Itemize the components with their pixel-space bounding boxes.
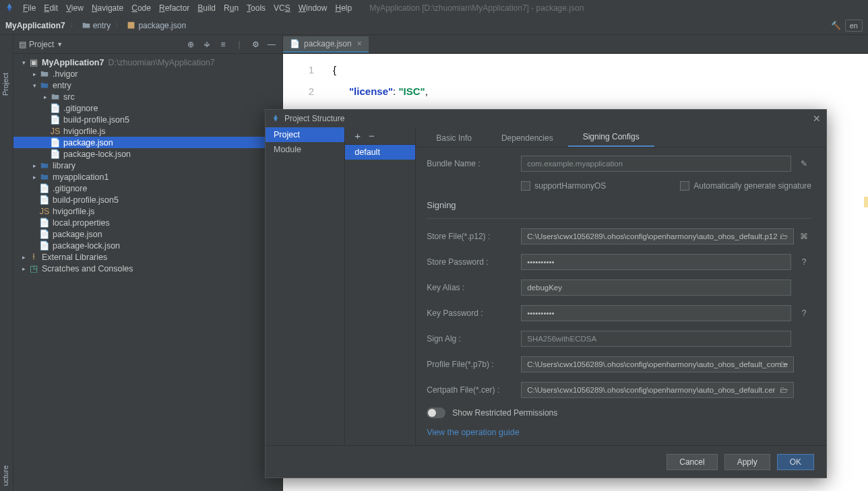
svg-rect-0 [128, 22, 135, 29]
auto-signature-checkbox[interactable]: Automatically generate signature [680, 181, 811, 191]
crumb-file[interactable]: package.json [138, 21, 186, 30]
tree-label: src [63, 92, 75, 102]
tree-label: build-profile.json5 [63, 115, 129, 125]
restricted-permissions-toggle[interactable]: Show Restricted Permissions [427, 407, 811, 418]
collapse-all-icon[interactable]: ≡ [218, 39, 228, 50]
signing-form: Bundle Name : com.example.myapplication … [416, 148, 826, 445]
tree-hvigorfile2[interactable]: JShvigorfile.js [13, 205, 282, 217]
menu-file[interactable]: File [19, 3, 40, 13]
crumb-root[interactable]: MyApplication7 [5, 21, 65, 30]
dialog-body: Project Module + − default Basic Info De… [266, 127, 826, 445]
rail-project[interactable]: Project [1, 73, 9, 96]
tree-buildprofile[interactable]: 📄build-profile.json5 [13, 114, 282, 125]
menu-edit[interactable]: Edit [40, 3, 62, 13]
menu-view[interactable]: View [62, 3, 88, 13]
tree-packagejson[interactable]: 📄package.json [13, 137, 282, 148]
remove-icon[interactable]: − [369, 130, 375, 141]
tree-entry[interactable]: ▾entry [13, 79, 282, 91]
menu-refactor[interactable]: Refactor [155, 3, 193, 13]
tree-src[interactable]: ▸src [13, 91, 282, 102]
tab-dependencies[interactable]: Dependencies [487, 129, 568, 147]
dialog-title: Project Structure [284, 114, 344, 123]
help-icon[interactable]: ? [797, 255, 811, 269]
menu-build[interactable]: Build [193, 3, 220, 13]
tree-buildprofile2[interactable]: 📄build-profile.json5 [13, 194, 282, 205]
project-tree[interactable]: ▾▣MyApplication7D:\zhuomian\MyApplicatio… [13, 54, 282, 491]
tree-root-name: MyApplication7 [42, 58, 104, 67]
fingerprint-icon[interactable]: ⌘ [797, 229, 811, 244]
project-label[interactable]: ▤ Project ▼ [19, 40, 63, 49]
close-icon[interactable]: × [357, 39, 362, 48]
add-icon[interactable]: + [354, 130, 361, 141]
profile-file-input[interactable]: C:\Users\cwx1056289\.ohos\config\openhar… [521, 356, 794, 372]
expand-all-icon[interactable]: ≑ [202, 39, 212, 50]
tree-hvigorfile[interactable]: JShvigorfile.js [13, 125, 282, 137]
folder-open-icon[interactable]: 🗁 [776, 357, 791, 372]
ok-button[interactable]: OK [777, 454, 814, 470]
tree-label: package.json [53, 230, 102, 239]
tree-library[interactable]: ▸library [13, 160, 282, 171]
folder-icon [50, 92, 61, 102]
tab-basic-info[interactable]: Basic Info [421, 129, 487, 147]
app-logo-icon [4, 3, 15, 13]
target-icon[interactable]: ⊕ [185, 39, 196, 50]
tree-gitignore[interactable]: 📄.gitignore [13, 102, 282, 114]
bundle-name-input[interactable]: com.example.myapplication [521, 156, 791, 172]
operation-guide-link[interactable]: View the operation guide [427, 428, 519, 437]
chevron-right-icon: 〉 [69, 20, 78, 31]
store-password-input[interactable]: •••••••••• [521, 254, 791, 270]
gear-icon[interactable]: ⚙ [250, 39, 261, 50]
tree-gitignore2[interactable]: 📄.gitignore [13, 183, 282, 194]
menu-run[interactable]: Run [220, 3, 243, 13]
apply-button[interactable]: Apply [724, 454, 770, 470]
tree-label: build-profile.json5 [53, 195, 119, 205]
edit-icon[interactable]: ✎ [797, 156, 811, 171]
cert-file-input[interactable]: C:\Users\cwx1056289\.ohos\config\openhar… [521, 382, 794, 398]
store-file-label: Store File(*.p12) : [427, 232, 521, 241]
key-password-input[interactable]: •••••••••• [521, 305, 791, 321]
help-icon[interactable]: ? [797, 306, 811, 321]
json-file-icon: 📄 [39, 229, 50, 240]
minimize-icon[interactable]: — [266, 39, 277, 50]
menu-code[interactable]: Code [127, 3, 155, 13]
tree-myapp1[interactable]: ▸myapplication1 [13, 171, 282, 183]
store-file-input[interactable]: C:\Users\cwx1056289\.ohos\config\openhar… [521, 228, 794, 244]
rail-structure[interactable]: ucture [1, 465, 9, 486]
menu-help[interactable]: Help [331, 3, 356, 13]
tab-signing-configs[interactable]: Signing Configs [568, 128, 654, 147]
hammer-icon[interactable]: 🔨 [831, 21, 841, 30]
key-alias-input[interactable]: debugKey [521, 280, 791, 296]
close-icon[interactable]: ✕ [813, 113, 821, 124]
menu-vcs[interactable]: VCS [270, 3, 294, 13]
support-harmony-checkbox[interactable]: supportHarmonyOS [521, 181, 606, 191]
tree-hvigor[interactable]: ▸.hvigor [13, 68, 282, 79]
tab-packagejson[interactable]: 📄 package.json × [283, 36, 369, 53]
tree-localprops[interactable]: 📄local.properties [13, 217, 282, 228]
menu-navigate[interactable]: Navigate [88, 3, 127, 13]
nav-project[interactable]: Project [266, 127, 344, 142]
tree-packagelock2[interactable]: 📄package-lock.json [13, 240, 282, 251]
tree-scratches[interactable]: ▸◳Scratches and Consoles [13, 263, 282, 274]
tree-root[interactable]: ▾▣MyApplication7D:\zhuomian\MyApplicatio… [13, 57, 282, 68]
js-file-icon: JS [50, 126, 61, 137]
dialog-titlebar: Project Structure ✕ [266, 110, 826, 127]
menu-tools[interactable]: Tools [243, 3, 270, 13]
folder-open-icon[interactable]: 🗁 [776, 383, 791, 397]
cert-file-label: Certpath File(*.cer) : [427, 385, 521, 395]
tree-extlib[interactable]: ▸⫲External Libraries [13, 251, 282, 263]
tree-packagejson2[interactable]: 📄package.json [13, 228, 282, 240]
tree-packagelock[interactable]: 📄package-lock.json [13, 148, 282, 160]
json-file-icon: 📄 [290, 39, 300, 48]
nav-module[interactable]: Module [266, 142, 344, 157]
toggle-switch[interactable] [427, 407, 445, 418]
project-icon: ▤ [19, 40, 26, 49]
lang-badge[interactable]: en [845, 20, 863, 32]
menu-window[interactable]: Window [294, 3, 332, 13]
tree-label: .hvigor [53, 69, 78, 79]
cancel-button[interactable]: Cancel [666, 454, 717, 470]
crumb-entry[interactable]: entry [93, 21, 111, 30]
config-default[interactable]: default [345, 145, 415, 160]
breadcrumb: MyApplication7 〉 entry 〉 package.json 🔨 … [0, 16, 868, 35]
tree-root-path: D:\zhuomian\MyApplication7 [108, 58, 214, 67]
folder-open-icon[interactable]: 🗁 [776, 229, 791, 244]
